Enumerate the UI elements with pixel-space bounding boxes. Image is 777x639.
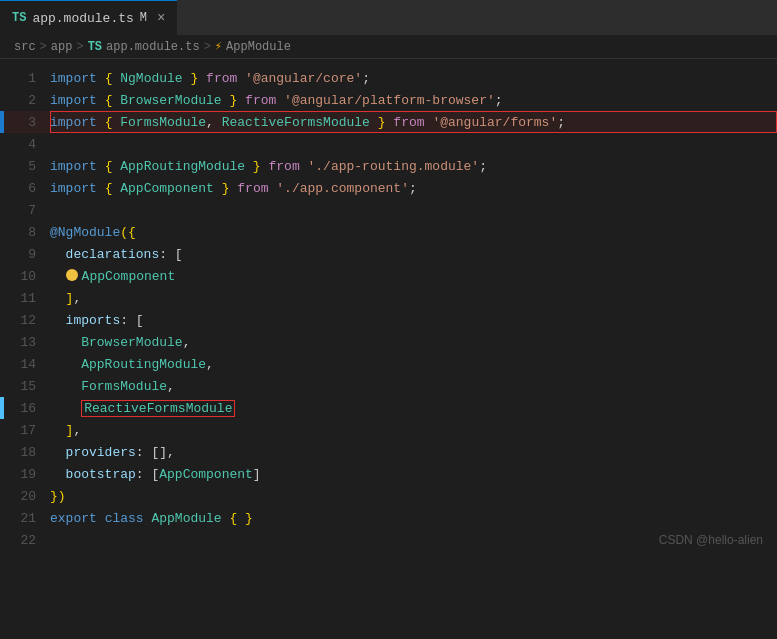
line-content-8: @NgModule({ (50, 225, 777, 240)
modified-indicator: M (140, 11, 147, 25)
line-content-16: ReactiveFormsModule (50, 401, 777, 416)
line-num-1: 1 (0, 71, 50, 86)
code-line-14: 14 AppRoutingModule, (0, 353, 777, 375)
line-num-7: 7 (0, 203, 50, 218)
line-num-20: 20 (0, 489, 50, 504)
line-num-12: 12 (0, 313, 50, 328)
code-line-15: 15 FormsModule, (0, 375, 777, 397)
tab-bar: TS app.module.ts M × (0, 0, 777, 35)
watermark: CSDN @hello-alien (659, 533, 763, 547)
tab-filename: app.module.ts (32, 11, 133, 26)
line-num-4: 4 (0, 137, 50, 152)
module-icon: ⚡ (215, 39, 222, 54)
breadcrumb-sep2: > (76, 40, 83, 54)
line-num-8: 8 (0, 225, 50, 240)
line-content-20: }) (50, 489, 777, 504)
line-content-5: import { AppRoutingModule } from './app-… (50, 159, 777, 174)
breadcrumb-sep3: > (204, 40, 211, 54)
line-num-5: 5 (0, 159, 50, 174)
line-num-13: 13 (0, 335, 50, 350)
code-line-3: 3 import { FormsModule, ReactiveFormsMod… (0, 111, 777, 133)
line-content-2: import { BrowserModule } from '@angular/… (50, 93, 777, 108)
code-line-21: 21 export class AppModule { } (0, 507, 777, 529)
code-line-12: 12 imports: [ (0, 309, 777, 331)
line-content-4 (50, 137, 777, 152)
code-line-10: 10 AppComponent (0, 265, 777, 287)
code-line-11: 11 ], (0, 287, 777, 309)
line-num-22: 22 (0, 533, 50, 548)
line-num-11: 11 (0, 291, 50, 306)
breadcrumb-sep1: > (40, 40, 47, 54)
line-content-10: AppComponent (50, 269, 777, 284)
line-content-21: export class AppModule { } (50, 511, 777, 526)
line-content-14: AppRoutingModule, (50, 357, 777, 372)
line-content-13: BrowserModule, (50, 335, 777, 350)
breadcrumb-file: app.module.ts (106, 40, 200, 54)
line-content-15: FormsModule, (50, 379, 777, 394)
line-num-16: 16 (0, 401, 50, 416)
gutter-16 (0, 397, 4, 419)
code-line-7: 7 (0, 199, 777, 221)
code-line-1: 1 import { NgModule } from '@angular/cor… (0, 67, 777, 89)
ts-badge: TS (12, 11, 26, 25)
code-line-13: 13 BrowserModule, (0, 331, 777, 353)
code-line-4: 4 (0, 133, 777, 155)
line-num-10: 10 (0, 269, 50, 284)
code-line-18: 18 providers: [], (0, 441, 777, 463)
line-content-11: ], (50, 291, 777, 306)
yellow-dot-10 (66, 269, 78, 281)
code-line-9: 9 declarations: [ (0, 243, 777, 265)
code-line-5: 5 import { AppRoutingModule } from './ap… (0, 155, 777, 177)
reactive-forms-highlight: ReactiveFormsModule (81, 400, 235, 417)
line-content-1: import { NgModule } from '@angular/core'… (50, 71, 777, 86)
close-icon[interactable]: × (157, 10, 165, 26)
breadcrumb-app: app (51, 40, 73, 54)
line-num-19: 19 (0, 467, 50, 482)
breadcrumb: src > app > TS app.module.ts > ⚡ AppModu… (0, 35, 777, 59)
line-content-3: import { FormsModule, ReactiveFormsModul… (50, 115, 777, 130)
line-content-12: imports: [ (50, 313, 777, 328)
line-content-7 (50, 203, 777, 218)
breadcrumb-module: AppModule (226, 40, 291, 54)
line-num-18: 18 (0, 445, 50, 460)
line-num-15: 15 (0, 379, 50, 394)
line-content-17: ], (50, 423, 777, 438)
code-line-20: 20 }) (0, 485, 777, 507)
line-num-17: 17 (0, 423, 50, 438)
line-num-14: 14 (0, 357, 50, 372)
code-line-19: 19 bootstrap: [AppComponent] (0, 463, 777, 485)
code-line-8: 8 @NgModule({ (0, 221, 777, 243)
code-line-17: 17 ], (0, 419, 777, 441)
line-num-2: 2 (0, 93, 50, 108)
code-line-6: 6 import { AppComponent } from './app.co… (0, 177, 777, 199)
line-content-6: import { AppComponent } from './app.comp… (50, 181, 777, 196)
line-num-3: 3 (0, 115, 50, 130)
file-tab[interactable]: TS app.module.ts M × (0, 0, 177, 35)
line-content-9: declarations: [ (50, 247, 777, 262)
line-num-9: 9 (0, 247, 50, 262)
line-content-19: bootstrap: [AppComponent] (50, 467, 777, 482)
editor-area: 1 import { NgModule } from '@angular/cor… (0, 59, 777, 559)
gutter-3 (0, 111, 4, 133)
line-num-6: 6 (0, 181, 50, 196)
line-content-18: providers: [], (50, 445, 777, 460)
code-line-2: 2 import { BrowserModule } from '@angula… (0, 89, 777, 111)
code-line-16: 16 ReactiveFormsModule (0, 397, 777, 419)
breadcrumb-ts: TS (88, 40, 102, 54)
line-num-21: 21 (0, 511, 50, 526)
breadcrumb-src: src (14, 40, 36, 54)
